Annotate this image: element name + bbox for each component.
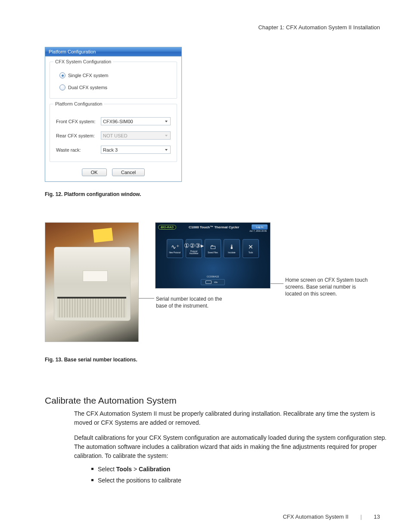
tools-icon: ✕: [248, 243, 253, 250]
icon-label: Saved Files: [208, 252, 218, 254]
calibration-menu-ref: Calibration: [139, 466, 170, 473]
radio-unselected-icon: [59, 84, 65, 90]
touchscreen-photo: BIO-RAD C1000 Touch™ Thermal Cycler Log …: [155, 222, 271, 289]
serial-note-right: Home screen on CFX System touch screens.…: [285, 277, 371, 298]
dialog-titlebar: Platform Configuration: [45, 47, 181, 56]
new-protocol-button[interactable]: ∿⁺ New Protocol: [167, 239, 183, 258]
group-legend: CFX System Configuration: [53, 59, 113, 64]
leader-line: [139, 298, 154, 299]
chevron-down-icon: [165, 135, 168, 137]
menu-separator: >: [132, 466, 139, 473]
icon-label: Protocol AutoWriter: [186, 251, 202, 255]
figure-12-caption: Fig. 12. Platform configuration window.: [45, 191, 380, 197]
touchscreen-datetime: Jun 7, 2016 20:06: [156, 230, 270, 232]
list-item: Select the positions to calibrate: [91, 475, 380, 486]
rear-cfx-label: Rear CFX system:: [56, 133, 97, 138]
leader-line: [271, 283, 283, 284]
chevron-down-icon: [165, 149, 168, 151]
autowriter-icon: ①②③▸: [184, 242, 204, 249]
radio-single-cfx[interactable]: Single CFX system: [59, 72, 171, 78]
cfx-system-configuration-group: CFX System Configuration Single CFX syst…: [50, 62, 177, 99]
ok-button[interactable]: OK: [82, 168, 107, 176]
touchscreen-title: C1000 Touch™ Thermal Cycler: [189, 225, 239, 229]
folder-icon: 🗀: [210, 243, 216, 250]
touchscreen-serial: CC006422: [201, 275, 225, 278]
list-text: Select the positions to calibrate: [98, 475, 181, 486]
combo-value: Rack 3: [103, 147, 118, 152]
figure-13-caption: Fig. 13. Base serial number locations.: [45, 357, 380, 363]
incubate-button[interactable]: 🌡 Incubate: [224, 239, 240, 258]
list-text: Select: [98, 466, 116, 473]
group-legend: Platform Configuration: [53, 101, 104, 106]
icon-label: Tools: [249, 252, 253, 254]
radio-label: Dual CFX systems: [68, 85, 107, 90]
waste-rack-label: Waste rack:: [56, 147, 97, 152]
login-button[interactable]: Log In: [252, 224, 268, 230]
section-heading-calibrate: Calibrate the Automation System: [45, 395, 380, 406]
serial-note-left: Serial number located on the base of the…: [156, 296, 232, 309]
paragraph: The CFX Automation System II must be pro…: [74, 409, 389, 427]
icon-label: New Protocol: [169, 252, 181, 254]
icon-label: Incubate: [228, 252, 235, 254]
list-item: Select Tools > Calibration: [91, 464, 380, 475]
waste-rack-combo[interactable]: Rack 3: [101, 146, 171, 154]
platform-configuration-group: Platform Configuration Front CFX system:…: [50, 104, 177, 162]
status-idle-badge: Idle: [201, 279, 225, 285]
incubate-icon: 🌡: [229, 243, 235, 250]
chapter-header: Chapter 1: CFX Automation System II Inst…: [31, 24, 380, 31]
footer-product: CFX Automation System II: [283, 513, 348, 520]
tools-button[interactable]: ✕ Tools: [243, 239, 259, 258]
plate-icon: [206, 280, 212, 284]
footer-separator: |: [361, 513, 362, 520]
saved-files-button[interactable]: 🗀 Saved Files: [205, 239, 221, 258]
protocol-autowriter-button[interactable]: ①②③▸ Protocol AutoWriter: [186, 239, 202, 258]
bullet-square-icon: [91, 468, 93, 470]
cancel-button[interactable]: Cancel: [112, 168, 145, 176]
combo-value: CFX96-SIM00: [103, 119, 133, 124]
radio-label: Single CFX system: [68, 73, 109, 78]
combo-value: NOT USED: [103, 133, 128, 138]
biorad-logo: BIO-RAD: [158, 225, 176, 230]
chevron-down-icon: [165, 121, 168, 122]
page-number: 13: [374, 513, 380, 520]
figure-13: BIO-RAD C1000 Touch™ Thermal Cycler Log …: [45, 222, 380, 347]
protocol-wave-icon: ∿⁺: [171, 243, 179, 250]
paragraph: Default calibrations for your CFX System…: [74, 433, 389, 460]
instrument-photo: [45, 222, 139, 342]
page-footer: CFX Automation System II | 13: [0, 513, 411, 520]
radio-selected-icon: [59, 72, 65, 78]
bullet-square-icon: [91, 479, 93, 481]
platform-configuration-dialog: Platform Configuration CFX System Config…: [45, 47, 182, 182]
tools-menu-ref: Tools: [116, 466, 132, 473]
radio-dual-cfx[interactable]: Dual CFX systems: [59, 84, 171, 90]
bullet-list: Select Tools > Calibration Select the po…: [91, 464, 380, 486]
rear-cfx-combo[interactable]: NOT USED: [101, 131, 171, 140]
front-cfx-combo[interactable]: CFX96-SIM00: [101, 117, 171, 125]
front-cfx-label: Front CFX system:: [56, 119, 97, 124]
